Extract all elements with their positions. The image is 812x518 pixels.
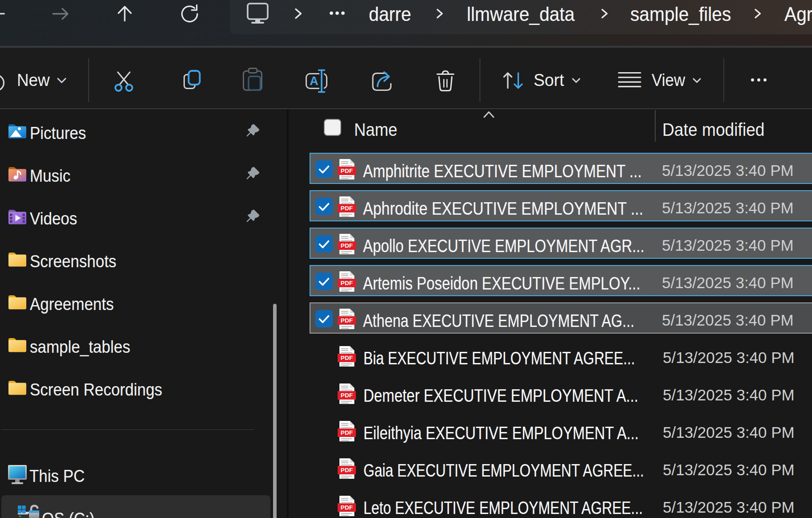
svg-text:A: A	[310, 74, 318, 88]
